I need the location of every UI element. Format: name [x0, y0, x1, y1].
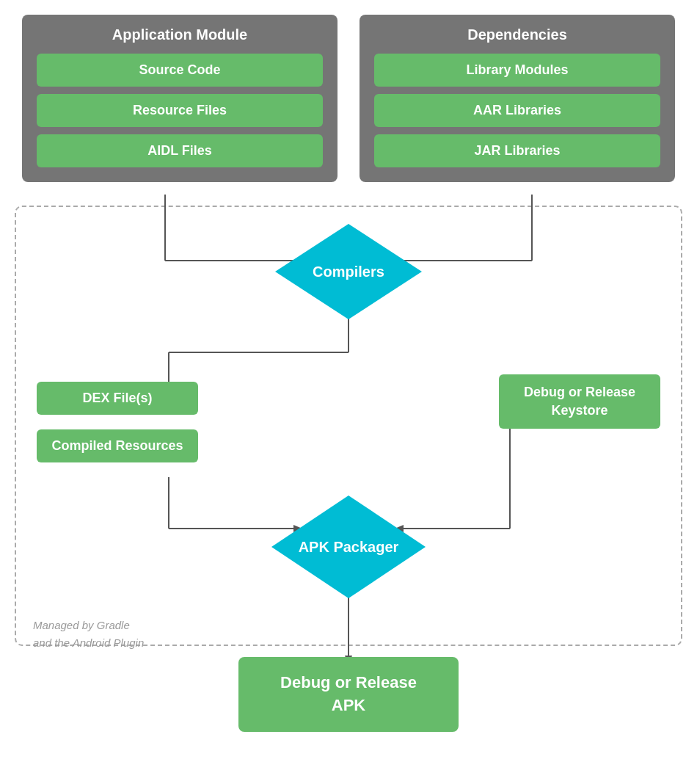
jar-libraries-item: JAR Libraries: [374, 134, 660, 167]
final-apk-block: Debug or Release APK: [238, 657, 459, 732]
compiled-resources-label: Compiled Resources: [37, 429, 198, 462]
gradle-note-line1: Managed by Gradle: [33, 617, 144, 634]
apk-packager-label: APK Packager: [299, 537, 399, 556]
gradle-note: Managed by Gradle and the Android Plugin: [33, 617, 144, 652]
apk-packager-shape: APK Packager: [271, 496, 426, 598]
compilers-label: Compilers: [313, 262, 384, 281]
diagram-container: Application Module Source Code Resource …: [0, 0, 697, 784]
source-code-item: Source Code: [37, 54, 323, 87]
application-module-box: Application Module Source Code Resource …: [22, 15, 337, 182]
dex-files-block: DEX File(s): [37, 382, 198, 415]
compiled-resources-block: Compiled Resources: [37, 429, 198, 462]
keystore-label: Debug or Release Keystore: [499, 374, 660, 429]
top-section: Application Module Source Code Resource …: [0, 0, 697, 182]
library-modules-item: Library Modules: [374, 54, 660, 87]
compilers-shape: Compilers: [275, 224, 422, 319]
dex-files-label: DEX File(s): [37, 382, 198, 415]
dependencies-title: Dependencies: [374, 26, 660, 43]
aidl-files-item: AIDL Files: [37, 134, 323, 167]
compilers-diamond: Compilers: [275, 224, 422, 319]
apk-packager-diamond: APK Packager: [271, 496, 426, 598]
gradle-note-line2: and the Android Plugin: [33, 634, 144, 652]
dependencies-box: Dependencies Library Modules AAR Librari…: [360, 15, 675, 182]
final-apk-label: Debug or Release APK: [238, 657, 459, 732]
keystore-block: Debug or Release Keystore: [499, 374, 660, 429]
aar-libraries-item: AAR Libraries: [374, 94, 660, 127]
resource-files-item: Resource Files: [37, 94, 323, 127]
app-module-title: Application Module: [37, 26, 323, 43]
